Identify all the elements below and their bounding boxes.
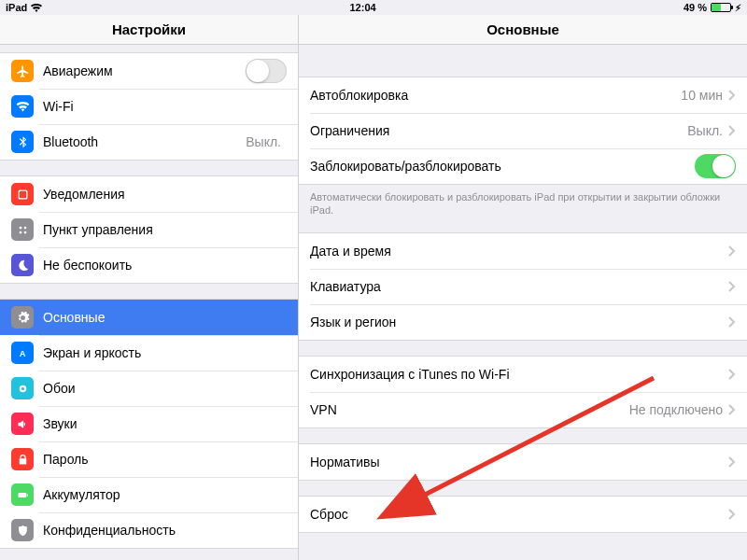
sidebar-item-label: Конфиденциальность — [43, 523, 287, 538]
row-label: Нормативы — [310, 455, 728, 469]
gear-icon — [11, 306, 34, 329]
airplane-icon — [11, 60, 34, 82]
chevron-right-icon — [728, 316, 736, 328]
wifi-icon — [31, 4, 42, 12]
detail-group-5: Сброс — [299, 496, 747, 533]
row-label: Автоблокировка — [310, 88, 681, 103]
detail-panel: Основные Автоблокировка 10 мин Ограничен… — [299, 15, 747, 560]
control-center-icon — [11, 218, 34, 241]
row-label: Дата и время — [310, 244, 728, 259]
sidebar-item-wifi[interactable]: Wi-Fi — [0, 89, 298, 124]
detail-group-2: Дата и время Клавиатура Язык и регион — [299, 232, 747, 341]
row-lockunlock[interactable]: Заблокировать/разблокировать — [299, 148, 747, 184]
sidebar-item-label: Wi-Fi — [43, 99, 281, 114]
status-bar: iPad 12:04 49 % ⚡︎ — [0, 0, 747, 15]
chevron-right-icon — [728, 456, 736, 468]
sidebar-item-passcode[interactable]: Пароль — [0, 441, 298, 477]
sidebar-item-dnd[interactable]: Не беспокоить — [0, 247, 298, 283]
chevron-right-icon — [728, 281, 736, 292]
detail-footnote: Автоматически блокировать и разблокирова… — [299, 185, 747, 217]
sidebar-item-label: Пароль — [43, 452, 287, 467]
row-itunes-wifi[interactable]: Синхронизация с iTunes по Wi-Fi — [299, 357, 747, 392]
time-label: 12:04 — [350, 2, 376, 13]
chevron-right-icon — [728, 125, 736, 136]
sidebar-item-label: Авиарежим — [43, 63, 246, 78]
chevron-right-icon — [728, 404, 736, 415]
detail-group-1: Автоблокировка 10 мин Ограничения Выкл. … — [299, 77, 747, 185]
sidebar-item-battery[interactable]: Аккумулятор — [0, 477, 298, 512]
notifications-icon — [11, 183, 34, 205]
row-label: Ограничения — [310, 123, 687, 138]
svg-point-3 — [23, 226, 26, 229]
dnd-icon — [11, 254, 34, 276]
wifi-icon — [11, 95, 34, 118]
sidebar-item-display[interactable]: A Экран и яркость — [0, 335, 298, 371]
sidebar-item-wallpaper[interactable]: Обои — [0, 371, 298, 406]
row-label: Клавиатура — [310, 279, 728, 294]
svg-rect-9 — [18, 493, 26, 497]
row-value: 10 мин — [681, 88, 723, 103]
sidebar-item-label: Звуки — [43, 416, 287, 431]
sidebar-group-notify: Уведомления Пункт управления Не беспокои… — [0, 175, 298, 284]
sidebar-item-label: Bluetooth — [43, 134, 246, 149]
detail-group-4: Нормативы — [299, 443, 747, 481]
sidebar-item-value: Выкл. — [246, 134, 281, 149]
svg-rect-1 — [19, 190, 26, 198]
display-icon: A — [11, 342, 34, 364]
row-language[interactable]: Язык и регион — [299, 304, 747, 340]
sidebar-item-label: Уведомления — [43, 187, 287, 202]
sidebar-item-bluetooth[interactable]: Bluetooth Выкл. — [0, 124, 298, 160]
sidebar-item-privacy[interactable]: Конфиденциальность — [0, 512, 298, 548]
row-autolock[interactable]: Автоблокировка 10 мин — [299, 77, 747, 113]
row-datetime[interactable]: Дата и время — [299, 233, 747, 269]
settings-sidebar: Настройки Авиарежим Wi-Fi Bluetooth Выкл… — [0, 15, 299, 560]
chevron-right-icon — [728, 245, 736, 257]
svg-text:A: A — [19, 349, 25, 358]
battery-icon — [711, 3, 731, 12]
sidebar-title: Настройки — [0, 15, 298, 45]
sidebar-item-label: Основные — [43, 310, 287, 325]
sidebar-item-control-center[interactable]: Пункт управления — [0, 212, 298, 247]
sidebar-item-notifications[interactable]: Уведомления — [0, 176, 298, 212]
row-label: Заблокировать/разблокировать — [310, 159, 695, 174]
sidebar-item-sounds[interactable]: Звуки — [0, 406, 298, 441]
row-restrictions[interactable]: Ограничения Выкл. — [299, 113, 747, 148]
sidebar-item-label: Экран и яркость — [43, 345, 287, 360]
svg-point-2 — [19, 226, 21, 229]
sidebar-item-airplane[interactable]: Авиарежим — [0, 53, 298, 89]
row-vpn[interactable]: VPN Не подключено — [299, 392, 747, 427]
row-label: Синхронизация с iTunes по Wi-Fi — [310, 367, 728, 382]
svg-rect-10 — [26, 494, 27, 497]
charging-icon: ⚡︎ — [735, 3, 741, 13]
row-label: Язык и регион — [310, 315, 728, 329]
row-value: Выкл. — [687, 123, 723, 138]
row-value: Не подключено — [629, 402, 723, 417]
lockunlock-toggle[interactable] — [695, 154, 736, 178]
battery-icon — [11, 483, 34, 506]
svg-point-4 — [19, 231, 21, 233]
lock-icon — [11, 448, 34, 470]
chevron-right-icon — [728, 509, 736, 520]
svg-point-5 — [23, 231, 26, 233]
row-regulatory[interactable]: Нормативы — [299, 444, 747, 480]
chevron-right-icon — [728, 90, 736, 101]
wallpaper-icon — [11, 377, 34, 399]
sidebar-item-label: Пункт управления — [43, 222, 287, 237]
sidebar-item-general[interactable]: Основные — [0, 300, 298, 335]
bluetooth-icon — [11, 131, 34, 153]
sound-icon — [11, 413, 34, 435]
sidebar-group-general: Основные A Экран и яркость Обои Звуки Па… — [0, 299, 298, 549]
sidebar-item-label: Аккумулятор — [43, 487, 287, 502]
privacy-icon — [11, 519, 34, 541]
device-label: iPad — [6, 2, 27, 13]
row-reset[interactable]: Сброс — [299, 497, 747, 532]
detail-group-3: Синхронизация с iTunes по Wi-Fi VPN Не п… — [299, 356, 747, 428]
chevron-right-icon — [728, 369, 736, 380]
sidebar-item-label: Не беспокоить — [43, 258, 287, 273]
row-label: Сброс — [310, 507, 728, 522]
row-label: VPN — [310, 402, 629, 417]
row-keyboard[interactable]: Клавиатура — [299, 269, 747, 304]
sidebar-group-network: Авиарежим Wi-Fi Bluetooth Выкл. — [0, 52, 298, 161]
airplane-toggle[interactable] — [246, 59, 287, 83]
sidebar-item-label: Обои — [43, 381, 287, 396]
